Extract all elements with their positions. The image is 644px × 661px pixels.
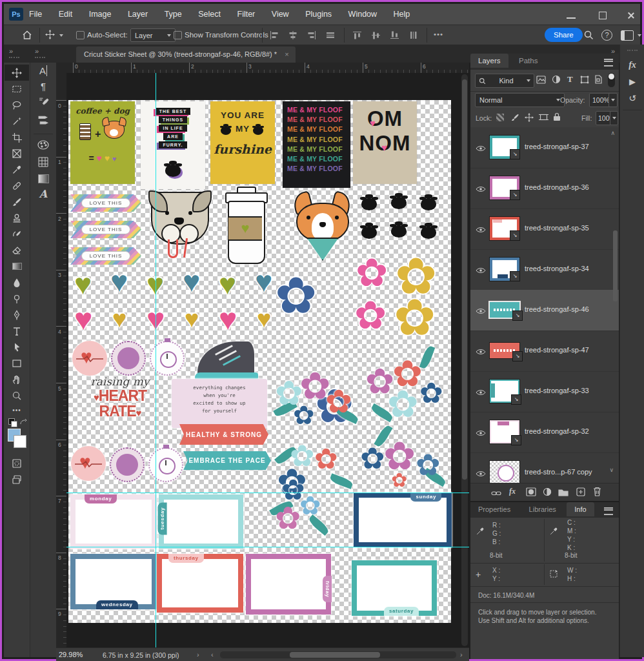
panel-menu-icon[interactable] [604,507,613,515]
edit-toolbar-icon[interactable]: ••• [5,403,29,416]
tab-paths[interactable]: Paths [511,54,545,68]
layer-row[interactable]: ↘ treed-strongaf-sp-34 [470,249,619,290]
horizontal-scrollbar-track[interactable] [220,651,456,658]
layer-name[interactable]: treed-strongaf-sp-47 [525,346,589,354]
default-swap-colors[interactable] [5,416,29,428]
visibility-eye-icon[interactable] [476,427,486,439]
path-selection-tool[interactable] [5,339,29,355]
menu-view[interactable]: View [265,4,296,19]
rectangle-tool[interactable] [5,355,29,371]
eraser-tool[interactable] [5,242,29,258]
filter-smart-objects-icon[interactable] [594,75,603,86]
layer-thumbnail[interactable]: ↘ [490,176,519,199]
align-left-edges-icon[interactable] [270,31,279,41]
scroll-right-icon[interactable]: › [460,651,463,658]
blur-tool[interactable] [5,274,29,290]
filter-type-layers-icon[interactable]: T [567,74,573,85]
horizontal-guide[interactable] [66,493,469,493]
visibility-eye-icon[interactable] [476,143,486,154]
show-transform-controls-checkbox[interactable] [174,31,182,39]
menu-layer[interactable]: Layer [121,4,155,19]
menu-file[interactable]: File [22,4,49,19]
menu-filter[interactable]: Filter [230,4,263,19]
visibility-eye-icon[interactable] [476,305,486,317]
layer-name[interactable]: treed-strongaf-sp-32 [525,427,589,435]
filter-pixel-layers-icon[interactable] [536,75,546,86]
layer-thumbnail[interactable]: ↘ [490,343,519,358]
layer-thumbnail[interactable]: ↘ [490,136,519,159]
object-selection-tool[interactable] [5,113,29,129]
vertical-scrollbar-thumb[interactable] [462,79,467,480]
tab-layers[interactable]: Layers [470,54,508,68]
delete-layer-trash-icon[interactable] [593,487,601,499]
layer-row[interactable]: ↘ treed-strongaf-sp-35 [470,208,619,250]
zoom-tool[interactable] [5,387,29,403]
fill-dropdown[interactable] [610,111,618,125]
gradient-tool[interactable] [5,258,29,274]
close-window-button[interactable] [627,12,636,19]
maximize-button[interactable] [599,12,608,19]
hand-tool[interactable] [5,371,29,387]
chevron-down-icon[interactable] [59,34,63,37]
new-layer-icon[interactable] [576,487,585,499]
horizontal-guide[interactable] [66,547,469,547]
layers-scrollbar-thumb[interactable] [613,230,618,301]
collapse-toolbar-icon[interactable]: » [9,47,13,55]
align-top-edges-icon[interactable] [353,31,362,41]
align-vertical-centers-icon[interactable] [372,31,381,41]
layer-styles-panel-icon[interactable]: fx [620,59,644,77]
horizontal-ruler[interactable]: 0 1 2 3 4 5 6 [56,63,469,74]
layer-thumbnail[interactable]: ↘ [490,302,519,318]
canvas-viewport[interactable]: coffee + dog + = ♥ ♥ ♥ [66,73,469,647]
layer-row[interactable]: ↘ treed-strongaf-sp-32 [470,412,619,453]
align-horizontal-centers-icon[interactable] [288,31,297,41]
tab-properties[interactable]: Properties [470,502,518,516]
foreground-background-swatches[interactable] [5,428,29,451]
layer-name[interactable]: treed-stro...p-67 copy [525,468,592,476]
vertical-scrollbar-track[interactable] [461,74,468,646]
visibility-eye-icon[interactable] [476,346,486,358]
align-bottom-edges-icon[interactable] [390,31,399,41]
pen-tool[interactable] [5,307,29,323]
patterns-panel-icon[interactable] [38,157,48,170]
move-tool-preset-icon[interactable] [45,30,55,41]
opacity-dropdown[interactable] [609,93,618,107]
menu-plugins[interactable]: Plugins [298,4,339,19]
layer-styles-fx-icon[interactable]: fx [509,487,516,496]
blend-mode-dropdown[interactable]: Normal [475,93,565,107]
layer-row[interactable]: ↘ treed-strongaf-sp-37 [470,127,619,168]
more-options-icon[interactable]: ••• [434,30,443,38]
menu-window[interactable]: Window [341,4,384,19]
lock-artboard-icon[interactable] [539,113,548,125]
lock-transparent-pixels-icon[interactable] [496,114,504,121]
search-icon[interactable] [583,30,594,41]
background-color-swatch[interactable] [14,435,26,448]
layer-row[interactable]: treed-stro...p-67 copy ∨ [470,453,619,483]
help-icon[interactable]: ? [601,30,612,41]
brushes-panel-icon[interactable] [38,114,49,128]
layer-name[interactable]: treed-strongaf-sp-36 [525,183,589,191]
lock-image-pixels-icon[interactable] [510,113,519,125]
distribute-vertical-icon[interactable] [409,31,418,41]
status-expand-icon[interactable]: › [197,651,199,658]
filter-shape-layers-icon[interactable] [580,75,589,86]
filter-adjustment-layers-icon[interactable] [552,75,561,86]
layer-name[interactable]: treed-strongaf-sp-34 [525,265,589,272]
document-canvas[interactable]: coffee + dog + = ♥ ♥ ♥ [68,100,451,623]
add-layer-mask-icon[interactable] [526,487,536,499]
layer-thumbnail[interactable]: ↘ [490,258,519,281]
layer-thumbnail[interactable]: ↘ [490,420,519,443]
vertical-guide[interactable] [156,73,156,647]
character-panel-icon[interactable]: A​ [39,65,47,76]
lock-position-icon[interactable] [525,113,534,125]
horizontal-scrollbar-thumb[interactable] [290,652,380,658]
layer-name[interactable]: treed-strongaf-sp-35 [525,224,589,232]
color-panel-icon[interactable] [37,140,49,152]
scroll-down-icon[interactable]: ∨ [609,467,614,473]
menu-help[interactable]: Help [387,4,418,19]
collapse-panel-icon[interactable]: » [35,47,39,55]
history-brush-tool[interactable] [5,226,29,242]
visibility-eye-icon[interactable] [476,468,486,480]
filter-kind-dropdown[interactable]: Kind [475,74,534,88]
tab-info[interactable]: Info [567,502,594,516]
